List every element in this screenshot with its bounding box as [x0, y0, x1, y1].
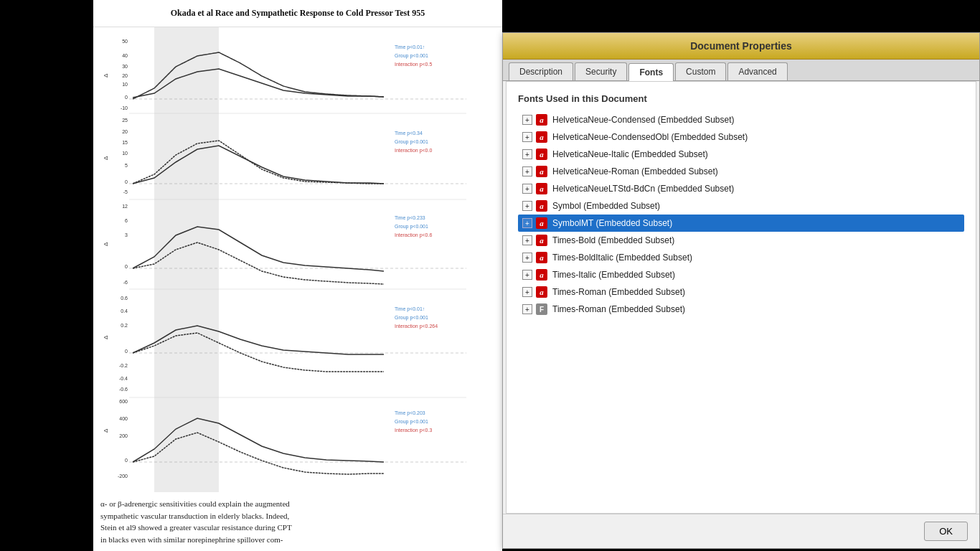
font-type-icon: a [535, 165, 548, 178]
tab-advanced[interactable]: Advanced [727, 62, 787, 80]
font-item-font-5[interactable]: +aHelveticaNeueLTStd-BdCn (Embedded Subs… [518, 180, 964, 197]
dialog-title: Document Properties [690, 40, 792, 52]
font-type-icon: a [535, 217, 548, 230]
svg-text:Δ: Δ [103, 73, 109, 77]
font-item-font-7[interactable]: +aSymbolMT (Embedded Subset) [518, 215, 964, 232]
expand-icon[interactable]: + [522, 149, 532, 159]
svg-text:Time p<0.01↑: Time p<0.01↑ [395, 306, 425, 312]
font-item-font-11[interactable]: +aTimes-Roman (Embedded Subset) [518, 283, 964, 301]
svg-text:600: 600 [119, 399, 128, 404]
font-name: Symbol (Embedded Subset) [552, 201, 660, 211]
tab-fonts[interactable]: Fonts [628, 63, 674, 81]
font-type-icon: a [535, 286, 548, 298]
expand-icon[interactable]: + [522, 235, 532, 245]
svg-text:0: 0 [125, 349, 128, 354]
font-name: Times-Italic (Embedded Subset) [552, 270, 675, 280]
expand-icon[interactable]: + [522, 184, 532, 194]
svg-text:10: 10 [122, 82, 128, 87]
font-item-font-2[interactable]: +aHelveticaNeue-CondensedObl (Embedded S… [518, 128, 964, 146]
font-type-icon: a [535, 199, 548, 212]
charts-area: 50 40 30 20 10 0 -10 Time p<0.01↑ Group … [93, 27, 502, 501]
tab-description[interactable]: Description [509, 62, 573, 80]
expand-icon[interactable]: + [522, 218, 532, 228]
font-type-icon: a [535, 148, 548, 161]
svg-text:10: 10 [122, 151, 128, 156]
expand-icon[interactable]: + [522, 132, 532, 142]
font-item-font-12[interactable]: +FTimes-Roman (Embedded Subset) [518, 301, 964, 318]
svg-text:Δ: Δ [103, 428, 109, 433]
svg-text:5: 5 [125, 163, 128, 168]
font-item-font-9[interactable]: +aTimes-BoldItalic (Embedded Subset) [518, 249, 964, 266]
svg-text:Interaction p<0.5: Interaction p<0.5 [395, 62, 432, 67]
charts-svg: 50 40 30 20 10 0 -10 Time p<0.01↑ Group … [93, 27, 502, 501]
expand-icon[interactable]: + [522, 304, 532, 314]
svg-text:-0.4: -0.4 [119, 376, 128, 381]
svg-text:12: 12 [122, 204, 128, 209]
left-black-bar [0, 0, 93, 551]
svg-text:Interaction p<0.3: Interaction p<0.3 [395, 428, 432, 433]
font-item-font-8[interactable]: +aTimes-Bold (Embedded Subset) [518, 232, 964, 249]
svg-text:3: 3 [125, 232, 128, 237]
svg-text:Δ: Δ [103, 335, 109, 339]
svg-text:0: 0 [125, 458, 128, 463]
svg-text:400: 400 [119, 416, 128, 421]
svg-text:Δ: Δ [103, 242, 109, 246]
dialog-tabs[interactable]: DescriptionSecurityFontsCustomAdvanced [503, 60, 979, 81]
font-type-icon: a [535, 234, 548, 247]
font-type-icon: a [535, 251, 548, 264]
section-title: Fonts Used in this Document [518, 93, 964, 104]
svg-text:0: 0 [125, 179, 128, 184]
font-item-font-10[interactable]: +aTimes-Italic (Embedded Subset) [518, 266, 964, 283]
font-name: Times-BoldItalic (Embedded Subset) [552, 253, 692, 263]
pdf-header: Okada et al Race and Sympathetic Respons… [171, 8, 425, 19]
font-item-font-6[interactable]: +aSymbol (Embedded Subset) [518, 197, 964, 215]
svg-text:0: 0 [125, 264, 128, 269]
expand-icon[interactable]: + [522, 166, 532, 176]
svg-text:-6: -6 [123, 280, 128, 285]
svg-text:Time p<0.233: Time p<0.233 [395, 215, 425, 221]
expand-icon[interactable]: + [522, 201, 532, 211]
font-type-icon: a [535, 131, 548, 143]
dialog-content: Fonts Used in this Document +aHelveticaN… [506, 81, 976, 514]
font-item-font-4[interactable]: +aHelveticaNeue-Roman (Embedded Subset) [518, 163, 964, 180]
pdf-bottom-text: α- or β-adrenergic sensitivities could e… [93, 492, 502, 551]
dialog-footer: OK [503, 514, 979, 548]
font-type-icon: a [535, 182, 548, 195]
expand-icon[interactable]: + [522, 270, 532, 280]
svg-text:Group p<0.001: Group p<0.001 [395, 315, 428, 321]
document-properties-dialog: Document Properties DescriptionSecurityF… [502, 32, 980, 549]
svg-text:Interaction p<0.6: Interaction p<0.6 [395, 232, 432, 238]
svg-text:0: 0 [125, 95, 128, 100]
svg-text:-0.6: -0.6 [119, 387, 128, 392]
font-name: HelveticaNeueLTStd-BdCn (Embedded Subset… [552, 184, 734, 194]
font-name: Times-Roman (Embedded Subset) [552, 287, 685, 297]
expand-icon[interactable]: + [522, 115, 532, 125]
svg-text:Group p<0.001: Group p<0.001 [395, 419, 428, 425]
svg-text:20: 20 [122, 129, 128, 134]
svg-text:Group p<0.001: Group p<0.001 [395, 139, 428, 145]
svg-text:0.4: 0.4 [121, 309, 128, 314]
svg-text:Interaction p<0.0: Interaction p<0.0 [395, 148, 432, 154]
svg-text:Group p<0.001: Group p<0.001 [395, 224, 428, 230]
svg-text:Time p<0.01↑: Time p<0.01↑ [395, 44, 425, 50]
expand-icon[interactable]: + [522, 287, 532, 297]
svg-text:-0.2: -0.2 [119, 363, 128, 368]
svg-text:Δ: Δ [103, 156, 109, 160]
svg-text:Group p<0.001: Group p<0.001 [395, 53, 428, 59]
svg-text:20: 20 [122, 73, 128, 78]
svg-text:15: 15 [122, 140, 128, 145]
tab-custom[interactable]: Custom [675, 62, 726, 80]
expand-icon[interactable]: + [522, 253, 532, 263]
font-type-icon: F [535, 303, 548, 316]
ok-button[interactable]: OK [924, 522, 968, 541]
svg-text:200: 200 [119, 433, 128, 438]
svg-text:-200: -200 [118, 474, 128, 479]
font-name: Times-Roman (Embedded Subset) [552, 304, 685, 314]
tab-security[interactable]: Security [575, 62, 627, 80]
font-name: HelveticaNeue-Italic (Embedded Subset) [552, 149, 708, 159]
svg-text:6: 6 [125, 218, 128, 223]
font-name: HelveticaNeue-CondensedObl (Embedded Sub… [552, 132, 748, 142]
font-item-font-1[interactable]: +aHelveticaNeue-Condensed (Embedded Subs… [518, 111, 964, 128]
font-item-font-3[interactable]: +aHelveticaNeue-Italic (Embedded Subset) [518, 146, 964, 163]
svg-text:40: 40 [122, 53, 128, 58]
